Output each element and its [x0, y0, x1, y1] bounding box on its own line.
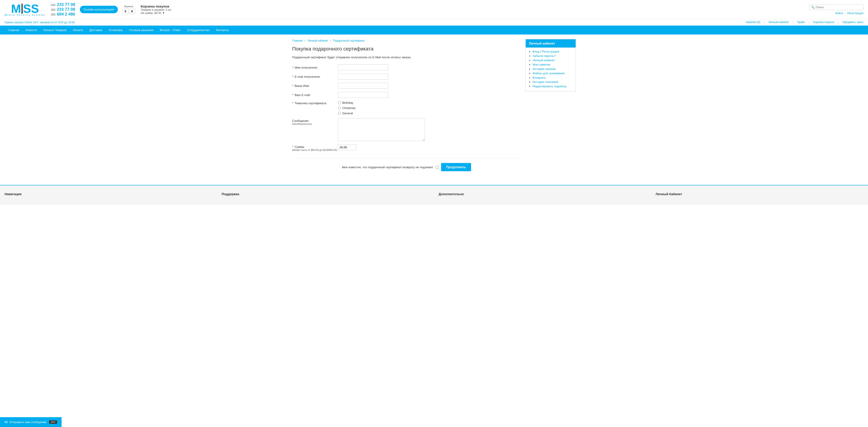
theme-general-radio[interactable] — [338, 112, 341, 115]
recipient-name-input[interactable] — [338, 64, 388, 70]
promo-cabinet-link[interactable]: Личный кабинет — [769, 21, 789, 24]
your-email-row: * Ваш E-mail: — [292, 92, 521, 98]
agreement-text: Мне известно, что подарочный сертификат … — [342, 165, 434, 169]
footer-col-title-additional: Дополнительно — [439, 192, 647, 196]
theme-row: * Тематика сертификата: Birthday Christm… — [292, 101, 521, 115]
cart-area: Корзина покупок Товаров в корзине: 0 шт.… — [141, 4, 172, 14]
footer-col-cabinet: Личный Кабинет — [656, 192, 864, 198]
theme-birthday-option[interactable]: Birthday — [338, 101, 356, 104]
sidebar-link-login[interactable]: Вход — [533, 50, 539, 53]
bottom-row: Мне известно, что подарочный сертификат … — [292, 158, 521, 176]
gift-certificate-form: * Имя получателя: * E-mail получателя: *… — [292, 64, 521, 151]
recipient-name-row: * Имя получателя: — [292, 64, 521, 70]
cart-dropdown-icon[interactable]: ▼ — [162, 11, 165, 14]
required-star-3: * — [292, 84, 293, 88]
header: M SS Mobile Security Systems 044 233 77 … — [0, 0, 868, 19]
required-star-5: * — [292, 101, 293, 105]
breadcrumb-cabinet[interactable]: Личный кабинет — [308, 39, 328, 42]
nav-item-contacts[interactable]: Контакты — [213, 26, 232, 34]
sidebar-link-forgot[interactable]: Забыли пароль? — [533, 54, 556, 58]
cart-items: Товаров в корзине: 0 шт. — [141, 8, 172, 11]
required-star: * — [292, 66, 293, 69]
search-input[interactable] — [816, 5, 861, 9]
phone-prefix-3: 050 — [51, 13, 55, 16]
required-star-6: * — [292, 145, 293, 149]
your-email-label: * Ваш E-mail: — [292, 93, 338, 97]
message-label-area: Сообщение: (Необязательно) — [292, 118, 338, 125]
your-email-input[interactable] — [338, 92, 388, 98]
required-star-4: * — [292, 93, 293, 97]
continue-button[interactable]: Продолжить — [441, 163, 471, 171]
logo[interactable]: M SS Mobile Security Systems — [5, 3, 45, 16]
phone-1: 233 77 08 — [57, 2, 75, 7]
your-name-input[interactable] — [338, 83, 388, 89]
sidebar-link-payments[interactable]: История платежей — [533, 80, 558, 84]
sidebar-link-notes[interactable]: Мои заметки — [533, 63, 550, 66]
message-textarea[interactable] — [338, 118, 425, 141]
phone-prefix-2: 063 — [51, 8, 55, 11]
breadcrumb-current[interactable]: Подарочный сертификат — [333, 39, 365, 42]
amount-input[interactable] — [338, 144, 356, 150]
phone-prefix-1: 044 — [51, 3, 55, 7]
auth-links: Войти | Регистрация — [836, 11, 863, 15]
page-title: Покупка подарочного сертификата — [292, 46, 521, 52]
your-name-label: * Ваше Имя: — [292, 84, 338, 88]
sidebar-link-returns[interactable]: Возвраты — [533, 76, 546, 79]
promo-cart-link[interactable]: Корзина покупок — [813, 21, 834, 24]
nav-bar: Главная Новости Каталог Товаров Оплата Д… — [0, 26, 868, 34]
nav-item-coop[interactable]: Сотрудничество — [184, 26, 213, 34]
sidebar-title: Личный кабинет — [526, 39, 576, 47]
recipient-email-label: * E-mail получателя: — [292, 75, 338, 78]
footer-col-support: Поддержка — [222, 192, 430, 198]
search-icon: 🔍 — [811, 5, 815, 9]
currency-label: Валюта — [124, 5, 133, 8]
sidebar-link-register[interactable]: Регистрация — [542, 50, 559, 53]
theme-christmas-radio[interactable] — [338, 106, 341, 109]
recipient-email-row: * E-mail получателя: — [292, 74, 521, 79]
nav-item-delivery[interactable]: Доставка — [86, 26, 105, 34]
promo-bar: Прием заказов Online 24/7, звонков пн-пт… — [0, 19, 868, 26]
sidebar-link-downloads[interactable]: Файлы для скачивания — [533, 71, 565, 75]
theme-label: * Тематика сертификата: — [292, 101, 338, 105]
nav-item-solutions[interactable]: Готовые решения — [126, 26, 157, 34]
message-row: Сообщение: (Необязательно) — [292, 118, 521, 141]
theme-birthday-radio[interactable] — [338, 101, 341, 104]
cart-sum: На сумму: $0.00 ▼ — [141, 11, 172, 14]
sidebar-box: Личный кабинет Вход / Регистрация Забыли… — [526, 39, 576, 92]
currency-uah-button[interactable]: ₴ — [129, 9, 135, 14]
logo-subtitle: Mobile Security Systems — [5, 14, 45, 16]
cart-title: Корзина покупок — [141, 4, 172, 8]
nav-item-news[interactable]: Новости — [22, 26, 40, 34]
promo-order-link[interactable]: Оформить заказ — [842, 21, 863, 24]
nav-item-payment[interactable]: Оплата — [69, 26, 86, 34]
theme-christmas-option[interactable]: Christmas — [338, 106, 356, 110]
main-wrapper: Главная » Личный кабинет » Подарочный се… — [287, 34, 581, 180]
theme-general-option[interactable]: General — [338, 111, 356, 115]
sidebar: Личный кабинет Вход / Регистрация Забыли… — [526, 39, 576, 176]
breadcrumb-home[interactable]: Главная — [292, 39, 303, 42]
sidebar-link-orders[interactable]: История заказов — [533, 67, 556, 71]
nav-item-install[interactable]: Установка — [105, 26, 126, 34]
register-link[interactable]: Регистрация — [847, 12, 863, 15]
phone-2: 233 77 08 — [57, 7, 75, 12]
promo-price-link[interactable]: Прайс — [797, 21, 805, 24]
nav-item-qa[interactable]: Вопрос - Ответ — [157, 26, 184, 34]
currency-usd-button[interactable]: $ — [122, 9, 128, 14]
sidebar-links: Вход / Регистрация Забыли пароль? Личный… — [526, 47, 576, 91]
login-link[interactable]: Войти — [836, 12, 843, 15]
promo-notes-link[interactable]: Заметки (0) — [746, 21, 760, 24]
consult-button[interactable]: Онлайн консультация! — [80, 6, 118, 13]
sidebar-link-cabinet[interactable]: Личный кабинет — [533, 59, 555, 62]
page-description: Подарочный сертификат будет отправлен по… — [292, 56, 521, 59]
footer-col-title-cabinet: Личный Кабинет — [656, 192, 864, 196]
promo-links: Заметки (0) | Личный кабинет | Прайс | К… — [746, 21, 863, 24]
search-area: 🔍 Войти | Регистрация — [809, 4, 863, 15]
required-star-2: * — [292, 75, 293, 78]
nav-item-home[interactable]: Главная — [5, 26, 22, 34]
recipient-email-input[interactable] — [338, 74, 388, 79]
footer-col-title-navigation: Навигация — [5, 192, 213, 196]
nav-item-catalog[interactable]: Каталог Товаров — [40, 26, 69, 34]
sidebar-link-subscription[interactable]: Редактировать подписку — [533, 85, 566, 88]
currency-area: Валюта $ ₴ — [122, 5, 135, 14]
agreement-checkbox[interactable] — [436, 166, 439, 169]
